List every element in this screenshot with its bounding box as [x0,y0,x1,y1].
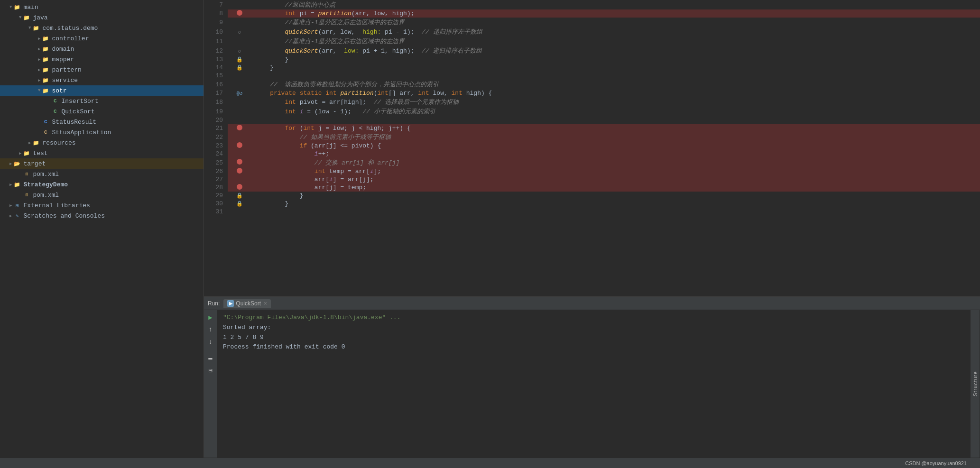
sidebar-item-resources[interactable]: ▶ 📁 resources [0,138,203,148]
lock-icon: 🔒 [236,193,243,199]
sidebar-item-quicksort[interactable]: ▶ C QuickSort [0,106,203,117]
code-line-29: 29 🔒 } [204,192,980,200]
sidebar-item-strategydemo[interactable]: ▶ 📁 StrategyDemo [0,179,203,190]
output-line-1: "C:\Program Files\Java\jdk-1.8\bin\java.… [223,313,965,323]
line-number: 31 [204,208,228,216]
editor-area: 7 //返回新的中心点 8 int pi = partition(arr, lo… [204,0,980,458]
line-number: 30 [204,200,228,208]
line-content: for (int j = low; j < high; j++) { [251,124,980,132]
code-line-22: 22 // 如果当前元素小于或等于枢轴 [204,132,980,142]
breakpoint-icon[interactable] [237,142,242,148]
sidebar-item-pom-xml-2[interactable]: ▶ m pom.xml [0,190,203,200]
line-gutter [228,9,251,18]
line-gutter: 🔒 [228,64,251,72]
sidebar-item-java[interactable]: ▼ 📁 java [0,12,203,23]
breakpoint-icon[interactable] [237,184,242,190]
at-reload-icon: @↺ [236,91,242,96]
line-content: //基准点-1是分区之后左边区域中的右边界 [251,18,980,27]
sidebar-item-service[interactable]: ▶ 📁 service [0,75,203,85]
sidebar-item-external-libraries[interactable]: ▶ ⊞ External Libraries [0,200,203,211]
line-content: arr[i] = arr[j]; [251,175,980,184]
code-line-18: 18 int pivot = arr[high]; // 选择最后一个元素作为枢… [204,97,980,107]
structure-tab[interactable]: Structure [971,310,980,458]
stop-button[interactable]: ▬ [205,353,216,363]
line-number: 14 [204,64,228,72]
java-class-icon: C [41,118,50,126]
line-number: 23 [204,142,228,150]
breakpoint-icon[interactable] [237,159,242,165]
line-number: 21 [204,124,228,132]
run-tab-quicksort[interactable]: ▶ QuickSort × [223,299,271,308]
line-number: 20 [204,116,228,124]
line-gutter [228,97,251,107]
sidebar-item-sotr[interactable]: ▼ 📁 sotr [0,85,203,96]
sidebar-item-scratches[interactable]: ▶ ✎ Scratches and Consoles [0,211,203,221]
layout-button[interactable]: ⊟ [205,365,216,376]
scroll-up-button[interactable]: ↑ [205,324,216,335]
line-gutter [228,132,251,142]
line-content: // 如果当前元素小于或等于枢轴 [251,132,980,142]
folder-icon: 📁 [32,24,40,32]
sidebar-item-sttusapplication[interactable]: ▶ C SttusApplication [0,127,203,138]
sidebar-label-test: test [33,150,47,157]
sidebar-item-parttern[interactable]: ▶ 📁 parttern [0,64,203,75]
code-editor[interactable]: 7 //返回新的中心点 8 int pi = partition(arr, lo… [204,0,980,296]
line-gutter [228,142,251,150]
sidebar-label-pom-xml-2: pom.xml [33,192,59,199]
line-content [251,72,980,80]
sidebar-item-controller[interactable]: ▶ 📁 controller [0,33,203,44]
line-number: 8 [204,9,228,18]
run-tab-icon: ▶ [227,300,234,307]
sidebar-label-resources: resources [42,139,75,147]
folder-icon: 📁 [22,13,31,22]
sidebar-item-statusresult[interactable]: ▶ C StatusResult [0,117,203,127]
java-class-icon: C [41,128,50,137]
sidebar-label-domain: domain [52,46,74,53]
line-content: int temp = arr[i]; [251,167,980,175]
output-line-3: 1 2 5 7 8 9 [223,333,965,343]
arrow-icon: ▼ [38,88,40,93]
scroll-down-button[interactable]: ↓ [205,337,216,347]
sidebar-item-test[interactable]: ▶ 📁 test [0,148,203,158]
sidebar-item-mapper[interactable]: ▶ 📁 mapper [0,54,203,64]
arrow-icon: ▼ [19,15,21,20]
arrow-icon: ▶ [19,151,21,156]
sidebar-item-domain[interactable]: ▶ 📁 domain [0,44,203,54]
code-line-10: 10 ↺ quickSort(arr, low, high: pi - 1); … [204,27,980,37]
main-area: ▼ 📁 main ▼ 📁 java ▼ 📁 com.status.demo ▶ … [0,0,980,458]
code-line-17: 17 @↺ private static int partition(int[]… [204,89,980,97]
arrow-icon: ▶ [38,36,40,41]
sidebar-label-sotr: sotr [52,87,66,94]
sidebar-label-strategydemo: StrategyDemo [23,181,68,188]
sidebar-label-external-libraries: External Libraries [23,202,90,209]
line-number: 17 [204,89,228,97]
run-toolbar: ▶ ↑ ↓ ▬ ⊟ [204,310,217,458]
code-line-20: 20 [204,116,980,124]
sidebar-item-main[interactable]: ▼ 📁 main [0,2,203,12]
folder-icon: 📁 [32,138,40,147]
line-content: } [251,192,980,200]
line-content: //返回新的中心点 [251,0,980,9]
breakpoint-icon[interactable] [237,125,242,130]
sidebar-item-target[interactable]: ▶ 📂 target [0,158,203,169]
breakpoint-icon[interactable] [237,10,242,16]
arrow-icon: ▶ [9,203,12,208]
scratch-icon: ✎ [13,211,21,220]
run-button[interactable]: ▶ [205,312,216,322]
line-gutter [228,107,251,116]
sidebar-item-com-status-demo[interactable]: ▼ 📁 com.status.demo [0,23,203,33]
line-content: arr[j] = temp; [251,184,980,192]
sidebar-label-insertsort: InsertSort [61,98,98,105]
sidebar-item-pom-xml-1[interactable]: ▶ m pom.xml [0,169,203,179]
line-content: int i = (low - 1); // 小于枢轴的元素的索引 [251,107,980,116]
line-number: 10 [204,27,228,37]
folder-icon: 📁 [41,76,50,84]
run-label: Run: [208,300,220,307]
line-gutter: @↺ [228,89,251,97]
sidebar-item-insertsort[interactable]: ▶ C InsertSort [0,96,203,106]
breakpoint-icon[interactable] [237,168,242,174]
run-tab-close[interactable]: × [264,300,267,307]
sidebar-label-target: target [23,160,46,167]
lock-icon: 🔒 [236,57,243,63]
line-content: } [251,64,980,72]
